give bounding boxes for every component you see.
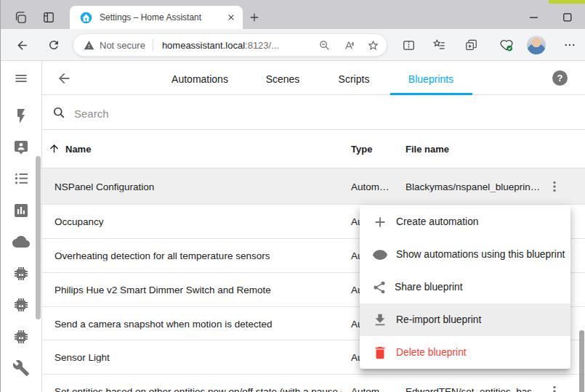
table-header: Name Type File name <box>42 130 585 168</box>
sort-ascending-icon[interactable] <box>48 142 60 155</box>
window-edge <box>0 0 1 392</box>
tab-close-icon[interactable] <box>225 12 237 23</box>
column-header-type[interactable]: Type <box>351 144 372 155</box>
menu-item-delete-blueprint[interactable]: Delete blueprint <box>360 336 570 369</box>
menu-item-reimport-blueprint[interactable]: Re-import blueprint <box>360 303 570 336</box>
screen-share-indicator <box>549 0 585 4</box>
row-name: Overheating detection for all temperatur… <box>55 250 270 261</box>
flash-icon[interactable] <box>12 107 30 125</box>
help-icon[interactable]: ? <box>552 70 568 86</box>
share-icon <box>372 280 387 295</box>
workspaces-icon[interactable] <box>12 9 29 26</box>
table-row[interactable]: NSPanel Configuration Autom… Blackymas/n… <box>42 168 585 205</box>
url-host: homeassistant.local <box>162 40 245 51</box>
page-scrollbar[interactable] <box>579 330 584 392</box>
logbook-list-icon[interactable] <box>12 170 30 187</box>
menu-item-share-blueprint[interactable]: Share blueprint <box>360 271 570 303</box>
row-file: EdwardTEN/set_entities_bas… <box>406 386 542 392</box>
browser-tab[interactable]: Settings – Home Assistant <box>70 6 243 29</box>
chip-icon[interactable] <box>12 328 30 346</box>
more-menu-icon[interactable] <box>561 36 578 54</box>
new-tab-icon[interactable] <box>247 10 262 25</box>
row-name: Sensor Light <box>55 352 110 363</box>
profile-avatar[interactable] <box>527 36 546 54</box>
url-text[interactable]: homeassistant.local:8123/... <box>162 40 312 51</box>
ha-header <box>42 61 585 95</box>
collections-icon[interactable] <box>462 36 480 54</box>
tab-automations[interactable]: Automations <box>172 73 228 85</box>
chip-icon[interactable] <box>12 265 30 282</box>
browser-essentials-icon[interactable] <box>498 36 515 54</box>
row-file: Blackymas/nspanel_blueprin… <box>406 181 540 192</box>
blueprint-context-menu: Create automation Show automations using… <box>360 205 570 369</box>
row-name: Philips Hue v2 Smart Dimmer Switch and R… <box>55 285 271 295</box>
split-screen-icon[interactable] <box>400 36 417 54</box>
row-name: Occupancy <box>55 216 104 227</box>
url-path: :8123/... <box>245 40 279 51</box>
tab-title: Settings – Home Assistant <box>100 12 225 23</box>
back-icon[interactable] <box>13 36 31 54</box>
maximize-button[interactable] <box>559 9 576 26</box>
ha-back-icon[interactable] <box>55 70 73 87</box>
home-assistant-favicon <box>80 12 92 24</box>
vertical-tabs-icon[interactable] <box>40 9 57 26</box>
read-aloud-icon[interactable] <box>344 39 356 52</box>
eye-icon <box>372 247 388 263</box>
address-bar[interactable]: Not secure homeassistant.local:8123/... <box>73 33 387 57</box>
menu-item-create-automation[interactable]: Create automation <box>360 205 570 238</box>
person-marker-icon[interactable] <box>12 139 30 156</box>
row-overflow-menu-icon[interactable] <box>546 178 563 195</box>
search-bar <box>42 95 585 130</box>
tab-scripts[interactable]: Scripts <box>339 73 370 85</box>
wrench-icon[interactable] <box>12 359 30 377</box>
download-icon <box>372 312 388 328</box>
row-type: Autom… <box>351 181 390 192</box>
search-icon <box>52 105 66 120</box>
favorites-bar-icon[interactable] <box>430 36 448 54</box>
column-header-file[interactable]: File name <box>406 144 449 155</box>
not-secure-warning-icon <box>84 40 94 51</box>
menu-item-show-automations[interactable]: Show automations using this blueprint <box>360 238 570 271</box>
history-chart-icon[interactable] <box>12 202 30 219</box>
table-row[interactable]: Set entities based on other entities new… <box>42 375 585 392</box>
row-name: Set entities based on other entities new… <box>55 386 342 392</box>
tab-blueprints[interactable]: Blueprints <box>408 73 453 85</box>
cloud-icon[interactable] <box>12 233 30 250</box>
divider <box>153 39 153 51</box>
column-header-name[interactable]: Name <box>65 144 91 155</box>
minimize-button[interactable] <box>525 9 543 26</box>
security-label[interactable]: Not secure <box>100 40 145 51</box>
row-overflow-menu-icon[interactable] <box>546 383 563 392</box>
search-input[interactable] <box>73 102 548 124</box>
refresh-icon[interactable] <box>45 36 62 54</box>
chip-icon[interactable] <box>12 296 30 314</box>
zoom-out-icon[interactable] <box>318 39 331 52</box>
row-type: Autom… <box>351 386 390 392</box>
row-name: Send a camera snapshot when motion is de… <box>55 318 272 329</box>
plus-icon <box>372 214 388 230</box>
trash-icon <box>372 345 388 361</box>
tab-scenes[interactable]: Scenes <box>266 73 300 85</box>
row-name: NSPanel Configuration <box>55 181 154 192</box>
sidebar-scrollbar[interactable] <box>36 156 41 319</box>
hamburger-menu-icon[interactable] <box>12 70 30 87</box>
favorite-star-icon[interactable] <box>367 39 379 52</box>
